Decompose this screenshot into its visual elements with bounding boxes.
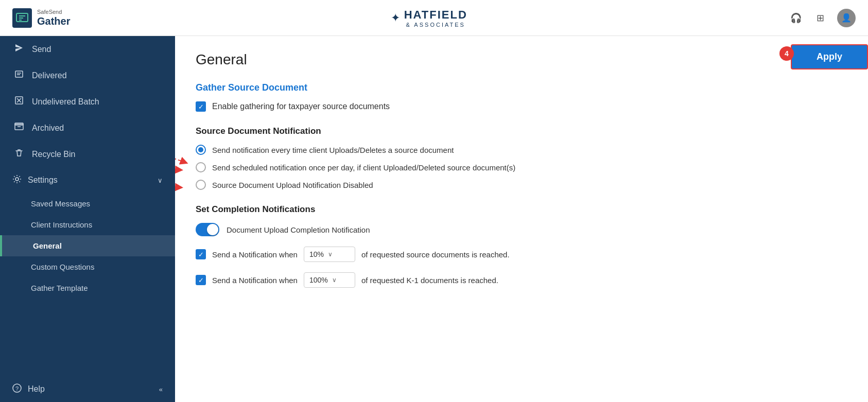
set-completion-notifications-section: Set Completion Notifications Document Up… xyxy=(196,204,847,288)
annotation-arrow-2 xyxy=(175,163,184,173)
svg-rect-4 xyxy=(15,71,23,77)
collapse-icon[interactable]: « xyxy=(159,386,163,393)
enable-gathering-label: Enable gathering for taxpayer source doc… xyxy=(212,102,390,111)
custom-questions-label: Custom Questions xyxy=(31,263,94,271)
archived-icon xyxy=(14,122,26,134)
radio-every-time-button[interactable] xyxy=(196,145,206,155)
sidebar-item-gather-template[interactable]: Gather Template xyxy=(0,277,175,299)
gather-template-label: Gather Template xyxy=(31,284,88,292)
source-document-notification-section: Source Document Notification 1 xyxy=(196,126,847,190)
saved-messages-label: Saved Messages xyxy=(31,199,90,208)
header: SafeSend Gather ✦ HATFIELD & ASSOCIATES … xyxy=(0,0,868,36)
delivered-icon xyxy=(14,69,26,81)
apply-button-area: 4 Apply xyxy=(779,44,868,69)
radio-every-time[interactable]: Send notification every time client Uplo… xyxy=(196,145,847,155)
enable-gathering-checkbox[interactable]: ✓ xyxy=(196,101,206,112)
settings-label: Settings xyxy=(28,176,58,185)
settings-icon xyxy=(12,174,22,186)
notif-checkbox-1[interactable]: ✓ xyxy=(196,249,206,259)
radio-scheduled-label: Send scheduled notification once per day… xyxy=(212,163,515,172)
sidebar-item-general[interactable]: General xyxy=(0,235,175,256)
radio-scheduled[interactable]: 2 Send scheduled notification once per d… xyxy=(196,162,847,172)
annotation-arrow-1 xyxy=(175,143,189,158)
notif-suffix-2: of requested K-1 documents is reached. xyxy=(361,276,498,285)
logo-icon xyxy=(12,8,32,28)
toggle-row-completion: Document Upload Completion Notification xyxy=(196,223,847,236)
radio-every-time-inner xyxy=(198,147,203,152)
notif-checkbox-2[interactable]: ✓ xyxy=(196,275,206,285)
annotation-arrow-3 xyxy=(175,181,184,191)
header-icons: 🎧 ⊞ 👤 xyxy=(788,9,856,27)
help-icon: ? xyxy=(12,383,22,395)
company-sub-label: & ASSOCIATES xyxy=(404,22,467,28)
radio-disabled-label: Source Document Upload Notification Disa… xyxy=(212,181,373,189)
sidebar-item-client-instructions[interactable]: Client Instructions xyxy=(0,214,175,235)
content-area: 4 Apply General Gather Source Document ✓… xyxy=(175,36,868,402)
sidebar-item-delivered[interactable]: Delivered xyxy=(0,62,175,89)
annotation-2-area: 2 xyxy=(175,161,184,176)
sub-items: Saved Messages Client Instructions Gener… xyxy=(0,193,175,299)
general-label: General xyxy=(33,241,62,250)
gather-label: Gather xyxy=(37,15,70,27)
notif-prefix-1: Send a Notification when xyxy=(212,250,298,259)
notif-row-2: ✓ Send a Notification when 100% ∨ of req… xyxy=(196,272,847,288)
send-label: Send xyxy=(32,45,51,54)
main-layout: Send Delivered Undelivered Batch xyxy=(0,36,868,402)
notif-suffix-1: of requested source documents is reached… xyxy=(361,250,510,259)
archived-label: Archived xyxy=(32,124,64,133)
logo-text: SafeSend Gather xyxy=(37,9,70,26)
completion-notification-label: Document Upload Completion Notification xyxy=(227,225,370,234)
help-label: Help xyxy=(28,384,45,394)
client-instructions-label: Client Instructions xyxy=(31,220,92,229)
undelivered-icon xyxy=(14,96,26,108)
dropdown-1-chevron-icon: ∨ xyxy=(328,251,333,258)
badge-4: 4 xyxy=(779,46,794,61)
company-name-label: HATFIELD xyxy=(404,8,467,22)
notif-dropdown-2[interactable]: 100% ∨ xyxy=(304,272,355,288)
safesend-label: SafeSend xyxy=(37,9,70,15)
radio-group-notification: Send notification every time client Uplo… xyxy=(196,145,847,190)
sidebar-item-send[interactable]: Send xyxy=(0,36,175,62)
sidebar-item-recycle-bin[interactable]: Recycle Bin xyxy=(0,141,175,167)
enable-gathering-row: ✓ Enable gathering for taxpayer source d… xyxy=(196,101,847,112)
radio-every-time-label: Send notification every time client Uplo… xyxy=(212,146,454,154)
sidebar-item-saved-messages[interactable]: Saved Messages xyxy=(0,193,175,214)
source-doc-notif-title: Source Document Notification xyxy=(196,126,847,136)
apply-button[interactable]: Apply xyxy=(791,44,868,69)
undelivered-batch-label: Undelivered Batch xyxy=(32,97,99,107)
sidebar-item-help[interactable]: ? Help « xyxy=(0,376,175,402)
notif-prefix-2: Send a Notification when xyxy=(212,276,298,285)
annotation-3-area: 3 xyxy=(175,179,184,193)
svg-point-13 xyxy=(15,178,19,181)
notif-dropdown-2-value: 100% xyxy=(309,276,328,284)
settings-chevron-icon: ∨ xyxy=(158,177,163,184)
logo-area: SafeSend Gather xyxy=(12,8,70,28)
recycle-bin-label: Recycle Bin xyxy=(32,150,75,159)
company-text: HATFIELD & ASSOCIATES xyxy=(404,8,467,28)
company-icon: ✦ xyxy=(391,11,400,25)
headset-icon[interactable]: 🎧 xyxy=(788,10,804,26)
sidebar-item-archived[interactable]: Archived xyxy=(0,115,175,141)
notif-dropdown-1-value: 10% xyxy=(309,250,324,258)
notif-dropdown-1[interactable]: 10% ∨ xyxy=(304,247,355,262)
toggle-knob xyxy=(207,224,218,235)
delivered-label: Delivered xyxy=(32,71,67,80)
svg-text:?: ? xyxy=(15,386,19,392)
notif-row-1: ✓ Send a Notification when 10% ∨ of requ… xyxy=(196,247,847,262)
sidebar-item-settings[interactable]: Settings ∨ xyxy=(0,167,175,193)
completion-notification-toggle[interactable] xyxy=(196,223,219,236)
annotation-1-area: 1 xyxy=(175,143,189,158)
sidebar-item-undelivered-batch[interactable]: Undelivered Batch xyxy=(0,89,175,115)
sidebar: Send Delivered Undelivered Batch xyxy=(0,36,175,402)
avatar[interactable]: 👤 xyxy=(837,9,856,27)
dropdown-2-chevron-icon: ∨ xyxy=(332,276,337,284)
sidebar-item-custom-questions[interactable]: Custom Questions xyxy=(0,256,175,277)
gather-source-document-title: Gather Source Document xyxy=(196,82,847,93)
gather-source-document-section: Gather Source Document ✓ Enable gatherin… xyxy=(196,82,847,112)
radio-disabled-button[interactable] xyxy=(196,180,206,190)
radio-scheduled-button[interactable] xyxy=(196,162,206,172)
radio-disabled[interactable]: 3 Source Document Upload Notification Di… xyxy=(196,180,847,190)
recycle-icon xyxy=(14,148,26,160)
grid-icon[interactable]: ⊞ xyxy=(812,10,829,26)
company-name-area: ✦ HATFIELD & ASSOCIATES xyxy=(391,8,467,28)
